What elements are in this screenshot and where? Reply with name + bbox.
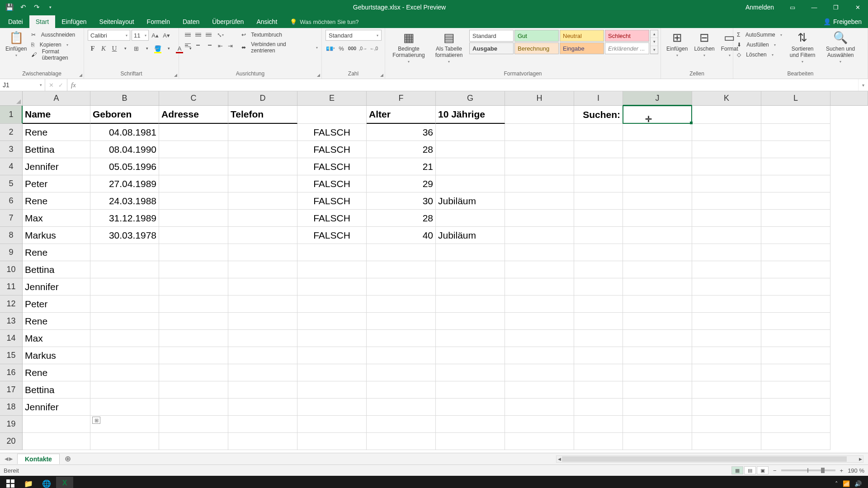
align-middle-icon[interactable] xyxy=(193,30,203,40)
cell[interactable] xyxy=(692,399,761,416)
cell[interactable] xyxy=(228,399,297,416)
cell[interactable] xyxy=(761,158,830,175)
select-all-corner[interactable] xyxy=(0,91,23,106)
fill-color-icon[interactable]: 🪣 xyxy=(153,43,163,53)
cell[interactable] xyxy=(692,210,761,227)
cell[interactable] xyxy=(297,433,367,450)
cell[interactable] xyxy=(574,278,623,296)
maximize-icon[interactable]: ❐ xyxy=(826,0,845,14)
style-berechnung[interactable]: Berechnung xyxy=(514,42,559,54)
cell[interactable] xyxy=(505,296,574,313)
cell[interactable]: FALSCH xyxy=(297,227,367,244)
cell[interactable]: Jubiläum xyxy=(436,192,505,210)
delete-cells-button[interactable]: ⊟Löschen▾ xyxy=(692,30,716,58)
cell[interactable] xyxy=(228,364,297,381)
grow-font-icon[interactable]: A▴ xyxy=(150,30,160,40)
cell[interactable] xyxy=(574,364,623,381)
cell[interactable] xyxy=(297,313,367,330)
cell[interactable] xyxy=(436,399,505,416)
cell[interactable] xyxy=(623,158,692,175)
font-size-select[interactable]: 11▾ xyxy=(132,30,149,41)
cell[interactable]: Rene xyxy=(23,124,90,141)
formula-expand-icon[interactable]: ▾ xyxy=(858,79,868,91)
sort-filter-button[interactable]: ⇅Sortieren und Filtern▾ xyxy=(785,30,820,65)
cell[interactable] xyxy=(436,210,505,227)
cell[interactable]: Max xyxy=(23,210,90,227)
cell[interactable] xyxy=(505,124,574,141)
format-painter-button[interactable]: 🖌 Format übertragen xyxy=(31,50,80,60)
sheet-nav[interactable]: ◀▶ xyxy=(0,456,17,462)
underline-dd-icon[interactable]: ▾ xyxy=(120,43,130,53)
cell[interactable] xyxy=(436,433,505,450)
clear-button[interactable]: ◇ Löschen ▾ xyxy=(737,50,782,60)
cell[interactable] xyxy=(436,261,505,278)
cell[interactable]: Suchen: xyxy=(574,106,623,124)
cell[interactable] xyxy=(692,433,761,450)
cell[interactable] xyxy=(23,416,90,433)
cell[interactable]: FALSCH xyxy=(297,124,367,141)
cell[interactable] xyxy=(159,192,228,210)
cell[interactable]: 28 xyxy=(367,141,436,158)
row-header-1[interactable]: 1 xyxy=(0,106,22,124)
cell[interactable] xyxy=(297,261,367,278)
cell[interactable]: 40 xyxy=(367,227,436,244)
thousands-icon[interactable]: 000 xyxy=(347,43,357,53)
alignment-launcher-icon[interactable]: ◢ xyxy=(317,73,320,77)
col-header-extra[interactable] xyxy=(830,91,868,105)
cell[interactable] xyxy=(623,330,692,347)
cell[interactable] xyxy=(367,330,436,347)
zoom-in-icon[interactable]: + xyxy=(840,467,844,474)
merge-center-button[interactable]: ⬌ Verbinden und zentrieren ▾ xyxy=(241,42,318,52)
cell[interactable] xyxy=(692,278,761,296)
namebox-dd-icon[interactable]: ▾ xyxy=(40,83,42,87)
cell[interactable] xyxy=(761,364,830,381)
row-header-17[interactable]: 17 xyxy=(0,381,22,399)
cell[interactable]: 24.03.1988 xyxy=(90,192,159,210)
cell[interactable] xyxy=(90,381,159,399)
autosum-button[interactable]: Σ AutoSumme ▾ xyxy=(737,30,782,40)
cell[interactable] xyxy=(297,330,367,347)
paste-button[interactable]: 📋 Einfügen ▾ xyxy=(4,30,28,58)
accounting-icon[interactable]: 💶▾ xyxy=(326,43,335,53)
cell[interactable] xyxy=(228,330,297,347)
percent-icon[interactable]: % xyxy=(336,43,346,53)
tab-review[interactable]: Überprüfen xyxy=(206,15,250,28)
cell[interactable] xyxy=(228,158,297,175)
cell[interactable]: Bettina xyxy=(23,261,90,278)
cell[interactable] xyxy=(692,347,761,364)
cell[interactable]: Markus xyxy=(23,227,90,244)
cell[interactable] xyxy=(159,381,228,399)
cell[interactable] xyxy=(159,175,228,192)
cell[interactable] xyxy=(228,175,297,192)
col-header-L[interactable]: L xyxy=(761,91,830,105)
row-header-13[interactable]: 13 xyxy=(0,313,22,330)
cell[interactable] xyxy=(761,330,830,347)
cell[interactable] xyxy=(692,244,761,261)
style-gut[interactable]: Gut xyxy=(514,30,559,42)
row-header-20[interactable]: 20 xyxy=(0,433,22,450)
cell-area[interactable]: NameGeborenAdresseTelefonAlter10 Jährige… xyxy=(23,106,868,453)
spreadsheet-grid[interactable]: ABCDEFGHIJKL 123456789101112131415161718… xyxy=(0,91,868,453)
taskbar-browser[interactable]: 🌐 xyxy=(38,477,55,488)
cell[interactable] xyxy=(692,261,761,278)
style-gallery-scroll[interactable]: ▴ ▾ ▾ xyxy=(650,30,658,54)
cell[interactable]: Bettina xyxy=(23,381,90,399)
style-erklaerender[interactable]: Erklärender ... xyxy=(605,42,649,54)
cell[interactable] xyxy=(623,416,692,433)
zoom-slider[interactable] xyxy=(781,469,835,471)
cell[interactable] xyxy=(228,347,297,364)
cell[interactable]: Name xyxy=(23,106,90,124)
cell[interactable] xyxy=(574,158,623,175)
zoom-out-icon[interactable]: − xyxy=(773,467,777,474)
cell[interactable] xyxy=(228,227,297,244)
cell[interactable] xyxy=(297,244,367,261)
col-header-H[interactable]: H xyxy=(505,91,574,105)
cell[interactable] xyxy=(574,381,623,399)
cell[interactable] xyxy=(436,175,505,192)
cell[interactable]: 30 xyxy=(367,192,436,210)
row-header-18[interactable]: 18 xyxy=(0,399,22,416)
find-select-button[interactable]: 🔍Suchen und Auswählen▾ xyxy=(823,30,858,65)
cell[interactable] xyxy=(505,364,574,381)
cell[interactable] xyxy=(574,313,623,330)
tab-pagelayout[interactable]: Seitenlayout xyxy=(93,15,141,28)
